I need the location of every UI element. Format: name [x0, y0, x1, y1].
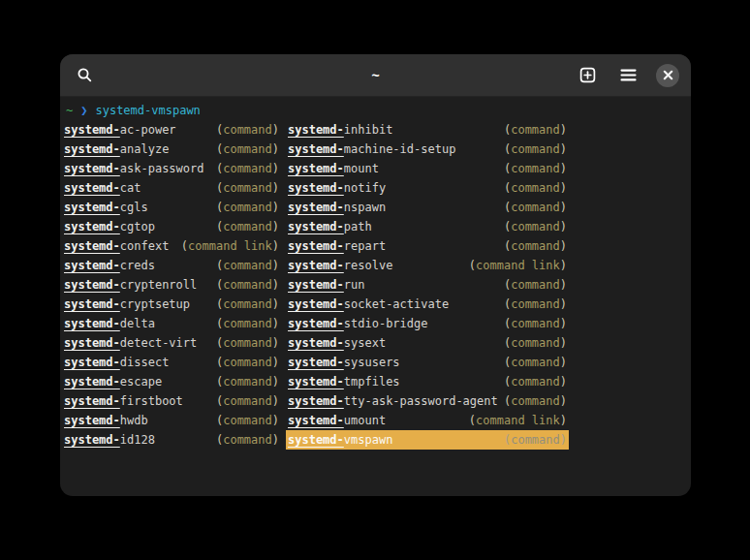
prompt-symbol: ❯	[80, 101, 87, 120]
terminal-content[interactable]: ~ ❯ systemd-vmspawn systemd-ac-power(com…	[60, 97, 691, 453]
completion-item-systemd-firstboot: systemd-firstboot(command)	[62, 391, 281, 411]
completion-name: systemd-hwdb	[64, 411, 148, 430]
completion-name-prefix: systemd-	[288, 181, 344, 195]
completion-row: systemd-ac-power(command)systemd-inhibit…	[62, 120, 689, 140]
description-text: command link	[476, 259, 560, 272]
completion-name-suffix: cgls	[120, 201, 148, 214]
description-text: command	[223, 142, 272, 156]
completion-item-systemd-confext: systemd-confext(command link)	[62, 236, 281, 256]
completion-name: systemd-inhibit	[288, 120, 392, 140]
search-icon	[77, 67, 93, 83]
completion-name: systemd-run	[288, 275, 364, 295]
description-text: command	[511, 162, 560, 175]
completion-name-suffix: sysusers	[344, 356, 400, 369]
completion-name-prefix: systemd-	[64, 259, 120, 272]
completion-name-prefix: systemd-	[64, 278, 120, 292]
completion-item-systemd-creds: systemd-creds(command)	[62, 256, 281, 275]
completion-name-prefix: systemd-	[288, 375, 344, 389]
prompt-command: systemd-vmspawn	[95, 101, 200, 120]
close-paren: )	[272, 181, 279, 195]
completion-row: systemd-id128(command)systemd-vmspawn(co…	[62, 430, 689, 450]
completion-name-suffix: notify	[344, 181, 386, 195]
completion-item-systemd-sysext: systemd-sysext(command)	[286, 333, 569, 353]
completion-item-systemd-delta: systemd-delta(command)	[62, 314, 281, 333]
completion-name-prefix: systemd-	[64, 297, 120, 311]
description-text: command	[223, 394, 272, 408]
description-text: command	[223, 356, 272, 369]
description-text: command	[511, 201, 560, 214]
completion-item-systemd-ask-password: systemd-ask-password(command)	[62, 159, 281, 178]
completion-row: systemd-cat(command)systemd-notify(comma…	[62, 178, 689, 198]
completion-row: systemd-detect-virt(command)systemd-syse…	[62, 333, 689, 353]
close-paren: )	[272, 297, 279, 311]
close-paren: )	[272, 123, 279, 137]
completion-name-prefix: systemd-	[64, 162, 120, 175]
close-paren: )	[272, 201, 279, 214]
completion-name-prefix: systemd-	[64, 239, 120, 253]
completion-name: systemd-cgls	[64, 198, 148, 217]
completion-description: (command)	[504, 353, 567, 372]
description-text: command	[511, 142, 560, 156]
description-text: command	[511, 239, 560, 253]
completion-row: systemd-analyze(command)systemd-machine-…	[62, 140, 689, 159]
completion-name-prefix: systemd-	[288, 259, 344, 272]
completion-item-systemd-socket-activate: systemd-socket-activate(command)	[286, 295, 569, 314]
close-paren: )	[560, 259, 567, 272]
completion-description: (command)	[216, 275, 279, 295]
completion-name-prefix: systemd-	[64, 394, 120, 408]
description-text: command	[511, 278, 560, 292]
close-paren: )	[272, 375, 279, 389]
completion-item-systemd-mount: systemd-mount(command)	[286, 159, 569, 178]
completion-description: (command)	[504, 120, 567, 140]
window-controls	[575, 63, 679, 88]
completion-name-suffix: analyze	[120, 142, 170, 156]
completion-name-suffix: vmspawn	[344, 433, 393, 447]
completion-description: (command)	[216, 430, 279, 450]
completion-name-prefix: systemd-	[64, 356, 120, 369]
titlebar[interactable]: ~	[60, 54, 691, 97]
completion-description: (command)	[216, 256, 279, 275]
completion-name-suffix: ask-password	[120, 162, 204, 175]
completion-name-prefix: systemd-	[288, 123, 344, 137]
description-text: command	[223, 278, 272, 292]
close-paren: )	[560, 317, 567, 330]
completion-name-prefix: systemd-	[288, 220, 344, 233]
completion-name-suffix: resolve	[344, 259, 393, 272]
completion-name-prefix: systemd-	[288, 278, 344, 292]
completion-name: systemd-path	[288, 217, 372, 236]
completion-item-systemd-path: systemd-path(command)	[286, 217, 569, 236]
close-paren: )	[272, 433, 279, 447]
completion-description: (command)	[504, 372, 567, 391]
close-paren: )	[560, 201, 567, 214]
completion-name-suffix: escape	[120, 375, 162, 389]
description-text: command	[223, 181, 272, 195]
search-button[interactable]	[72, 63, 97, 88]
completion-item-systemd-run: systemd-run(command)	[286, 275, 569, 295]
completion-description: (command)	[216, 372, 279, 391]
completion-grid: systemd-ac-power(command)systemd-inhibit…	[62, 120, 689, 450]
close-paren: )	[272, 278, 279, 292]
close-button[interactable]	[656, 64, 679, 87]
completion-name-prefix: systemd-	[64, 414, 120, 427]
description-text: command	[223, 433, 272, 447]
completion-name: systemd-cgtop	[64, 217, 155, 236]
completion-description: (command)	[216, 314, 279, 333]
completion-item-systemd-resolve: systemd-resolve(command link)	[286, 256, 569, 275]
close-paren: )	[272, 317, 279, 330]
completion-name-prefix: systemd-	[288, 317, 344, 330]
completion-name-suffix: mount	[344, 162, 379, 175]
completion-row: systemd-cryptsetup(command)systemd-socke…	[62, 295, 689, 314]
completion-item-systemd-cryptsetup: systemd-cryptsetup(command)	[62, 295, 281, 314]
close-paren: )	[560, 123, 567, 137]
menu-button[interactable]	[615, 63, 641, 88]
completion-name: systemd-tty-ask-password-agent	[288, 391, 498, 411]
completion-row: systemd-ask-password(command)systemd-mou…	[62, 159, 689, 178]
completion-name: systemd-dissect	[64, 353, 169, 372]
completion-name-prefix: systemd-	[288, 433, 344, 447]
new-tab-button[interactable]	[575, 63, 600, 88]
completion-name: systemd-analyze	[64, 140, 169, 159]
completion-name: systemd-socket-activate	[288, 295, 449, 314]
description-text: command	[511, 317, 560, 330]
completion-row: systemd-cryptenroll(command)systemd-run(…	[62, 275, 689, 295]
description-text: command	[511, 375, 560, 389]
